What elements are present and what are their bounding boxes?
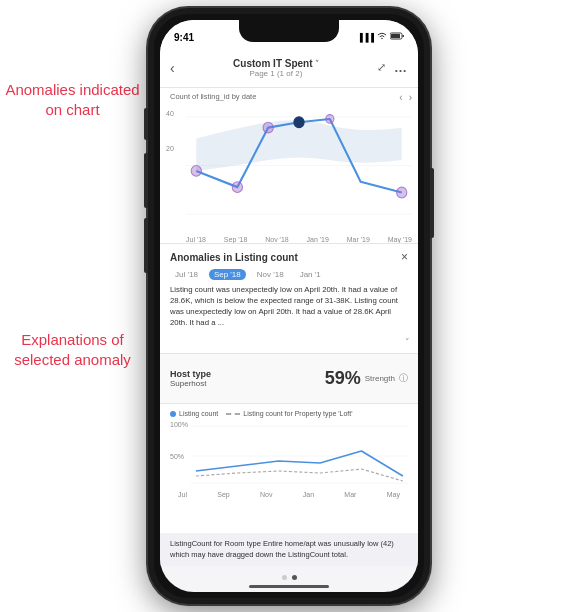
mini-y-50: 50% xyxy=(170,453,184,460)
anomaly-tab-jul18[interactable]: Jul '18 xyxy=(170,269,203,280)
mini-chart-area: 100% 50% xyxy=(170,421,408,489)
chart-nav-right[interactable]: › xyxy=(409,92,412,103)
host-type-value: Superhost xyxy=(170,379,211,388)
y-label-20: 20 xyxy=(166,145,174,152)
host-strength: 59% Strength ⓘ xyxy=(325,368,408,389)
header-actions: ⤢ … xyxy=(377,60,408,75)
chart-x-labels: Jul '18 Sep '18 Nov '18 Jan '19 Mar '19 … xyxy=(186,236,412,243)
svg-point-8 xyxy=(263,122,273,133)
mini-x-labels: Jul Sep Nov Jan Mar May xyxy=(170,491,408,498)
legend-listing-count: Listing count xyxy=(170,410,218,417)
page-dots xyxy=(160,575,418,580)
volume-down-button[interactable] xyxy=(144,218,148,273)
anomaly-text: Listing count was unexpectedly low on Ap… xyxy=(170,285,408,329)
anomaly-expand-icon[interactable]: ˅ xyxy=(405,337,410,347)
svg-point-6 xyxy=(191,166,201,177)
status-time: 9:41 xyxy=(174,32,194,43)
power-button[interactable] xyxy=(430,168,434,238)
explanation-text: ListingCount for Room type Entire home/a… xyxy=(170,539,394,559)
anomaly-header: Anomalies in Listing count × xyxy=(170,250,408,264)
legend-label-listing: Listing count xyxy=(179,410,218,417)
svg-point-9 xyxy=(294,117,304,128)
svg-point-10 xyxy=(326,115,334,124)
anomaly-tab-sep18[interactable]: Sep '18 xyxy=(209,269,246,280)
mini-x-jul: Jul xyxy=(178,491,187,498)
header-title: Custom IT Spent ˅ xyxy=(233,58,318,69)
svg-rect-1 xyxy=(391,34,400,38)
chart-nav[interactable]: ‹ › xyxy=(399,92,412,103)
phone-inner: 9:41 ▐▐▐ xyxy=(154,14,424,598)
screen: 9:41 ▐▐▐ xyxy=(160,20,418,592)
strength-percentage: 59% xyxy=(325,368,361,389)
status-icons: ▐▐▐ xyxy=(357,32,404,42)
svg-point-7 xyxy=(232,182,242,193)
legend-loft: Listing count for Property type 'Loft' xyxy=(226,410,352,417)
host-section: Host type Superhost 59% Strength ⓘ xyxy=(160,353,418,403)
title-text: Custom IT Spent xyxy=(233,58,312,69)
anomaly-tabs: Jul '18 Sep '18 Nov '18 Jan '1 xyxy=(170,269,408,280)
legend-dash-loft xyxy=(226,413,240,415)
svg-rect-2 xyxy=(403,35,405,37)
phone-shell: 9:41 ▐▐▐ xyxy=(148,8,430,604)
legend-dot-blue xyxy=(170,411,176,417)
chart-nav-left[interactable]: ‹ xyxy=(399,92,402,103)
x-label-sep18: Sep '18 xyxy=(224,236,248,243)
x-label-jul18: Jul '18 xyxy=(186,236,206,243)
x-label-mar19: Mar '19 xyxy=(347,236,370,243)
mini-x-may: May xyxy=(387,491,400,498)
legend-label-loft: Listing count for Property type 'Loft' xyxy=(243,410,352,417)
home-indicator[interactable] xyxy=(249,585,329,588)
host-type-label: Host type xyxy=(170,369,211,379)
volume-mute-button[interactable] xyxy=(144,108,148,140)
annotation-anomalies: Anomalies indicated on chart xyxy=(0,80,145,119)
x-label-jan19: Jan '19 xyxy=(307,236,329,243)
header-center: Custom IT Spent ˅ Page 1 (1 of 2) xyxy=(233,58,318,78)
header-back[interactable]: ‹ xyxy=(170,60,175,76)
mini-legend: Listing count Listing count for Property… xyxy=(170,410,408,417)
page-dot-2[interactable] xyxy=(292,575,297,580)
main-chart: Count of listing_id by date ‹ › 40 20 xyxy=(160,88,418,243)
mini-y-100: 100% xyxy=(170,421,188,428)
x-label-may19: May '19 xyxy=(388,236,412,243)
host-info: Host type Superhost xyxy=(170,369,211,388)
notch xyxy=(239,20,339,42)
battery-icon xyxy=(390,32,404,42)
wifi-icon xyxy=(377,32,387,42)
mini-x-mar: Mar xyxy=(344,491,356,498)
mini-x-jan: Jan xyxy=(303,491,314,498)
back-arrow-icon[interactable]: ‹ xyxy=(170,60,175,76)
mini-x-sep: Sep xyxy=(217,491,229,498)
dropdown-icon[interactable]: ˅ xyxy=(315,59,319,68)
mini-x-nov: Nov xyxy=(260,491,272,498)
anomaly-close-button[interactable]: × xyxy=(401,250,408,264)
chart-y-labels: 40 20 xyxy=(166,110,174,152)
anomaly-panel: Anomalies in Listing count × Jul '18 Sep… xyxy=(160,243,418,353)
annotation-explanations: Explanations of selected anomaly xyxy=(0,330,145,369)
info-icon[interactable]: ⓘ xyxy=(399,372,408,385)
strength-label: Strength xyxy=(365,374,395,383)
header-subtitle: Page 1 (1 of 2) xyxy=(249,69,302,78)
volume-up-button[interactable] xyxy=(144,153,148,208)
expand-icon[interactable]: ⤢ xyxy=(377,61,386,74)
explanation-box: ListingCount for Room type Entire home/a… xyxy=(160,533,418,566)
y-label-40: 40 xyxy=(166,110,174,117)
page-dot-1[interactable] xyxy=(282,575,287,580)
signal-icon: ▐▐▐ xyxy=(357,33,374,42)
chart-svg xyxy=(186,106,412,225)
chart-area xyxy=(186,106,412,225)
svg-point-11 xyxy=(397,187,407,198)
x-label-nov18: Nov '18 xyxy=(265,236,289,243)
anomaly-title: Anomalies in Listing count xyxy=(170,252,298,263)
mini-chart-svg xyxy=(170,421,408,489)
header-bar: ‹ Custom IT Spent ˅ Page 1 (1 of 2) ⤢ … xyxy=(160,48,418,88)
anomaly-tab-jan19[interactable]: Jan '1 xyxy=(295,269,326,280)
more-icon[interactable]: … xyxy=(394,60,408,75)
chart-label: Count of listing_id by date xyxy=(170,92,256,101)
mini-chart-section: Listing count Listing count for Property… xyxy=(160,403,418,533)
anomaly-tab-nov18[interactable]: Nov '18 xyxy=(252,269,289,280)
